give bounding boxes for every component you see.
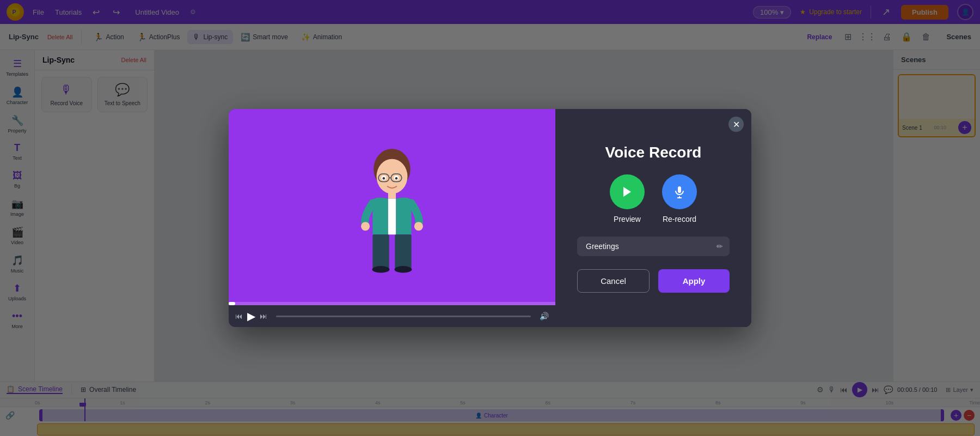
modal-rerecord-button[interactable] bbox=[662, 174, 697, 209]
modal-skip-back[interactable]: ⏮ bbox=[235, 312, 243, 320]
modal-actions: Preview Re-record bbox=[610, 174, 697, 223]
modal-skip-forward[interactable]: ⏭ bbox=[260, 312, 267, 320]
modal-text-input[interactable] bbox=[577, 237, 730, 256]
modal-progress-bar bbox=[229, 302, 555, 305]
modal-progress-fill bbox=[229, 302, 235, 305]
svg-rect-30 bbox=[388, 199, 396, 235]
svg-point-36 bbox=[414, 222, 423, 231]
modal-apply-button[interactable]: Apply bbox=[658, 269, 730, 293]
modal-rerecord-action: Re-record bbox=[662, 174, 697, 223]
modal-preview-action: Preview bbox=[610, 174, 645, 223]
modal-character-svg bbox=[348, 135, 436, 276]
preview-label: Preview bbox=[614, 215, 641, 223]
svg-rect-31 bbox=[372, 234, 389, 268]
modal-close-button[interactable]: ✕ bbox=[728, 117, 744, 132]
play-icon bbox=[621, 185, 634, 198]
modal-edit-icon: ✏ bbox=[716, 242, 723, 251]
modal-overlay[interactable]: ✕ bbox=[0, 0, 980, 436]
modal-seek-bar[interactable] bbox=[276, 316, 531, 317]
svg-point-34 bbox=[394, 266, 412, 272]
svg-marker-37 bbox=[623, 187, 631, 197]
modal-preview-panel: ⏮ ▶ ⏭ 🔊 bbox=[229, 109, 555, 327]
svg-rect-32 bbox=[395, 234, 411, 268]
voice-record-modal: ✕ bbox=[229, 109, 751, 327]
modal-play-pause[interactable]: ▶ bbox=[247, 310, 255, 323]
modal-title: Voice Record bbox=[605, 144, 702, 161]
modal-text-wrapper: ✏ bbox=[577, 237, 730, 256]
modal-footer-buttons: Cancel Apply bbox=[577, 269, 730, 293]
mic-icon bbox=[673, 185, 686, 198]
svg-point-35 bbox=[361, 222, 370, 231]
modal-cancel-button[interactable]: Cancel bbox=[577, 269, 650, 293]
modal-volume-icon[interactable]: 🔊 bbox=[540, 312, 549, 320]
modal-preview-button[interactable] bbox=[610, 174, 645, 209]
svg-rect-29 bbox=[388, 193, 396, 199]
svg-point-27 bbox=[383, 177, 385, 179]
modal-video-area bbox=[229, 109, 555, 302]
modal-controls-bar: ⏮ ▶ ⏭ 🔊 bbox=[229, 305, 555, 327]
svg-rect-38 bbox=[678, 186, 681, 193]
rerecord-label: Re-record bbox=[663, 215, 696, 223]
svg-point-21 bbox=[377, 159, 408, 194]
svg-point-33 bbox=[372, 266, 390, 272]
modal-right-panel: Voice Record Preview bbox=[555, 109, 751, 327]
svg-point-28 bbox=[395, 177, 397, 179]
